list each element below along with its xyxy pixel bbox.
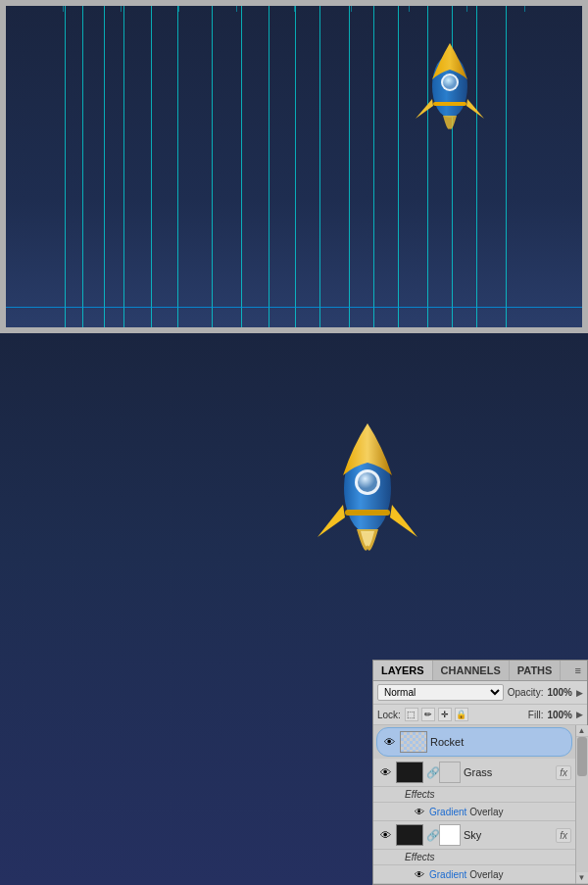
fill-value[interactable]: 100% bbox=[547, 710, 572, 720]
tab-layers[interactable]: LAYERS bbox=[373, 661, 433, 680]
lock-all-icon[interactable]: 🔒 bbox=[455, 708, 468, 721]
scroll-up-arrow[interactable]: ▲ bbox=[576, 725, 588, 737]
layer-thumb-grass bbox=[396, 762, 423, 783]
lock-icons: ⬚ ✏ ✛ 🔒 bbox=[405, 708, 524, 721]
lock-fill-controls: Lock: ⬚ ✏ ✛ 🔒 Fill: 100% ▶ bbox=[373, 705, 587, 725]
layer-name-rocket: Rocket bbox=[430, 736, 567, 748]
fill-arrow[interactable]: ▶ bbox=[576, 710, 583, 719]
panel-menu-icon[interactable]: ≡ bbox=[569, 661, 587, 680]
opacity-label: Opacity: bbox=[508, 687, 544, 698]
sky-gradient-eye[interactable]: 👁 bbox=[413, 867, 426, 881]
layer-name-grass: Grass bbox=[464, 766, 553, 778]
guide-line-h bbox=[6, 307, 582, 308]
guide-line bbox=[123, 6, 124, 327]
layer-rocket[interactable]: 👁 Rocket bbox=[376, 727, 572, 757]
layers-panel: LAYERS CHANNELS PATHS ≡ Normal Opacity: … bbox=[372, 660, 588, 885]
canvas-wrapper bbox=[0, 0, 588, 333]
scroll-down-arrow[interactable]: ▼ bbox=[576, 872, 588, 884]
layer-fx-grass[interactable]: fx bbox=[556, 765, 571, 780]
guide-line bbox=[373, 6, 374, 327]
guide-line bbox=[151, 6, 152, 327]
rocket-bottom-image bbox=[304, 412, 421, 549]
panel-body: 👁 Rocket 👁 🔗 Grass fx Effects bbox=[373, 725, 587, 884]
layer-eye-sky[interactable]: 👁 bbox=[377, 827, 393, 843]
opacity-value[interactable]: 100% bbox=[547, 687, 572, 698]
tab-paths[interactable]: PATHS bbox=[510, 661, 562, 680]
scroll-thumb[interactable] bbox=[577, 737, 587, 776]
layer-link-sky: 🔗 bbox=[426, 829, 436, 842]
fill-label: Fill: bbox=[528, 710, 544, 720]
layer-mask-grass bbox=[439, 762, 461, 783]
guide-line bbox=[104, 6, 105, 327]
layer-thumb-rocket bbox=[400, 731, 427, 753]
layer-mask-sky bbox=[439, 824, 461, 846]
rocket-canvas-image bbox=[406, 35, 494, 133]
grass-gradient-eye[interactable]: 👁 bbox=[413, 805, 426, 818]
svg-point-2 bbox=[443, 75, 457, 89]
layer-sky[interactable]: 👁 🔗 Sky fx bbox=[373, 821, 575, 850]
guide-line bbox=[241, 6, 242, 327]
sky-gradient-row: 👁 Gradient Overlay bbox=[373, 865, 575, 884]
sky-gradient-label: Gradient Overlay bbox=[429, 869, 504, 880]
svg-point-6 bbox=[358, 472, 377, 492]
guide-line bbox=[319, 6, 320, 327]
guide-line bbox=[65, 6, 66, 327]
canvas-area[interactable] bbox=[6, 6, 582, 327]
scroll-track[interactable] bbox=[576, 737, 588, 872]
guide-line bbox=[398, 6, 399, 327]
sky-effects-row: Effects bbox=[373, 850, 575, 865]
guide-line bbox=[269, 6, 270, 327]
guide-line bbox=[295, 6, 296, 327]
guide-line bbox=[177, 6, 178, 327]
lock-brush-icon[interactable]: ✏ bbox=[421, 708, 435, 721]
layer-eye-rocket[interactable]: 👁 bbox=[381, 734, 397, 750]
grass-gradient-row: 👁 Gradient Overlay bbox=[373, 803, 575, 821]
grass-effects-label: Effects bbox=[405, 789, 435, 800]
svg-rect-7 bbox=[345, 510, 390, 516]
layer-grass[interactable]: 👁 🔗 Grass fx bbox=[373, 759, 575, 787]
guide-line bbox=[82, 6, 83, 327]
layer-link-grass: 🔗 bbox=[426, 766, 436, 779]
blend-mode-select[interactable]: Normal bbox=[377, 684, 504, 701]
blend-opacity-controls: Normal Opacity: 100% ▶ bbox=[373, 681, 587, 705]
layer-thumb-sky bbox=[396, 824, 423, 846]
sky-effects-label: Effects bbox=[405, 852, 435, 862]
guide-line bbox=[349, 6, 350, 327]
svg-rect-3 bbox=[433, 102, 466, 106]
tab-channels[interactable]: CHANNELS bbox=[433, 661, 510, 680]
guide-line bbox=[212, 6, 213, 327]
lock-transparent-icon[interactable]: ⬚ bbox=[405, 708, 418, 721]
grass-effects-row: Effects bbox=[373, 787, 575, 803]
layers-tabs: LAYERS CHANNELS PATHS ≡ bbox=[373, 661, 587, 681]
lock-move-icon[interactable]: ✛ bbox=[438, 708, 452, 721]
grass-gradient-label: Gradient Overlay bbox=[429, 807, 504, 817]
lock-label: Lock: bbox=[377, 710, 401, 720]
layer-name-sky: Sky bbox=[464, 829, 553, 841]
guide-line bbox=[506, 6, 507, 327]
layer-eye-grass[interactable]: 👁 bbox=[377, 764, 393, 780]
layer-rows: 👁 Rocket 👁 🔗 Grass fx Effects bbox=[373, 725, 575, 884]
bottom-area: LAYERS CHANNELS PATHS ≡ Normal Opacity: … bbox=[0, 333, 588, 885]
panel-scrollbar[interactable]: ▲ ▼ bbox=[575, 725, 587, 884]
opacity-arrow[interactable]: ▶ bbox=[576, 688, 583, 698]
layer-fx-sky[interactable]: fx bbox=[556, 828, 571, 843]
